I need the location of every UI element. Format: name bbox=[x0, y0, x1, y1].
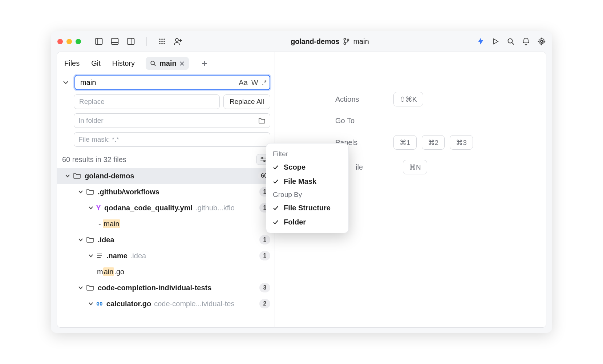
tab-search-active[interactable]: main bbox=[146, 57, 189, 70]
tree-folder[interactable]: .idea 1 bbox=[57, 232, 275, 248]
svg-point-13 bbox=[161, 43, 163, 44]
file-name: .name bbox=[106, 252, 128, 260]
text-file-icon bbox=[96, 253, 103, 259]
node-label: code-completion-individual-tests bbox=[98, 284, 211, 292]
svg-point-14 bbox=[163, 43, 165, 44]
chevron-down-icon[interactable] bbox=[65, 174, 70, 178]
project-name[interactable]: goland-demos bbox=[291, 37, 339, 46]
chevron-down-icon[interactable] bbox=[78, 286, 83, 290]
kbd-panel1[interactable]: ⌘1 bbox=[393, 135, 417, 150]
popup-item-scope[interactable]: Scope bbox=[268, 160, 346, 174]
tab-git[interactable]: Git bbox=[90, 57, 101, 70]
popup-item-label: Folder bbox=[284, 218, 306, 226]
bolt-icon[interactable] bbox=[477, 37, 484, 45]
check-icon bbox=[273, 206, 279, 211]
tree-file[interactable]: .name .idea 1 bbox=[57, 248, 275, 264]
rp-actions-label: Actions bbox=[335, 95, 368, 104]
kbd-panel3[interactable]: ⌘3 bbox=[450, 135, 473, 150]
match-line[interactable]: - main bbox=[57, 216, 275, 232]
popup-item-folder[interactable]: Folder bbox=[268, 215, 346, 229]
popup-item-filestructure[interactable]: File Structure bbox=[268, 201, 346, 215]
collapse-search-icon[interactable] bbox=[61, 79, 71, 86]
folder-icon bbox=[86, 284, 94, 291]
chevron-down-icon[interactable] bbox=[78, 190, 83, 194]
in-folder-field[interactable]: In folder bbox=[74, 113, 270, 128]
notifications-icon[interactable] bbox=[522, 37, 530, 45]
svg-point-15 bbox=[175, 39, 178, 41]
chevron-down-icon[interactable] bbox=[88, 254, 93, 258]
add-user-icon[interactable] bbox=[174, 38, 182, 45]
results-tree: goland-demos 60 .github/workflows 1 Y qo… bbox=[57, 168, 275, 312]
popup-filter-header: Filter bbox=[268, 148, 346, 160]
svg-rect-2 bbox=[112, 39, 118, 45]
search-icon[interactable] bbox=[507, 38, 514, 45]
results-summary: 60 results in 32 files bbox=[62, 155, 126, 164]
regex-toggle[interactable]: .* bbox=[262, 78, 267, 87]
close-window[interactable] bbox=[57, 39, 63, 44]
svg-point-20 bbox=[347, 39, 349, 41]
tab-history[interactable]: History bbox=[112, 57, 135, 70]
svg-point-19 bbox=[344, 43, 346, 45]
tree-file[interactable]: Y qodana_code_quality.yml .github...kflo… bbox=[57, 200, 275, 216]
match-text: main.go bbox=[97, 268, 124, 276]
whole-word-toggle[interactable]: W bbox=[251, 78, 258, 87]
svg-rect-0 bbox=[96, 39, 102, 45]
kbd-file[interactable]: ⌘N bbox=[403, 160, 427, 174]
run-icon[interactable] bbox=[492, 38, 499, 45]
panel-bottom-icon[interactable] bbox=[111, 38, 119, 45]
tab-add-icon[interactable] bbox=[201, 60, 208, 67]
apps-grid-icon[interactable] bbox=[158, 38, 166, 45]
folder-icon bbox=[258, 117, 266, 124]
svg-point-9 bbox=[159, 41, 161, 42]
match-case-toggle[interactable]: Aa bbox=[239, 78, 247, 87]
titlebar-center: goland-demos main bbox=[182, 37, 477, 46]
search-panel: Files Git History main Aa W bbox=[57, 52, 275, 328]
result-count: 1 bbox=[259, 251, 270, 260]
svg-point-8 bbox=[163, 39, 165, 40]
file-path: code-comple...ividual-tes bbox=[154, 300, 234, 308]
go-file-icon: GO bbox=[96, 301, 103, 307]
tree-folder[interactable]: code-completion-individual-tests 3 bbox=[57, 280, 275, 296]
replace-all-button[interactable]: Replace All bbox=[223, 94, 270, 109]
tree-root[interactable]: goland-demos 60 bbox=[57, 168, 275, 184]
toolbar-left bbox=[95, 37, 182, 46]
chevron-down-icon[interactable] bbox=[88, 302, 93, 306]
check-icon bbox=[273, 179, 279, 184]
node-label: .idea bbox=[98, 236, 114, 244]
node-label: goland-demos bbox=[85, 172, 134, 180]
tab-close-icon[interactable] bbox=[179, 61, 185, 66]
search-input-wrap: Aa W .* bbox=[74, 75, 270, 90]
titlebar: goland-demos main bbox=[51, 31, 552, 52]
svg-point-10 bbox=[161, 41, 163, 42]
sidebar-left-icon[interactable] bbox=[95, 38, 103, 45]
tab-files[interactable]: Files bbox=[64, 57, 80, 70]
file-name: qodana_code_quality.yml bbox=[104, 204, 193, 212]
replace-input[interactable] bbox=[74, 94, 220, 109]
check-icon bbox=[273, 220, 279, 225]
branch-icon bbox=[343, 38, 349, 45]
tree-folder[interactable]: .github/workflows 1 bbox=[57, 184, 275, 200]
popup-item-filemask[interactable]: File Mask bbox=[268, 174, 346, 189]
match-line[interactable]: main.go bbox=[57, 264, 275, 280]
minimize-window[interactable] bbox=[66, 39, 72, 44]
popup-item-label: Scope bbox=[284, 163, 305, 171]
svg-point-12 bbox=[159, 43, 161, 44]
settings-icon[interactable] bbox=[538, 37, 546, 45]
file-path: .github...kflo bbox=[195, 204, 235, 212]
svg-point-18 bbox=[344, 39, 346, 40]
zoom-window[interactable] bbox=[76, 39, 81, 44]
svg-point-11 bbox=[163, 41, 165, 42]
kbd-actions[interactable]: ⇧⌘K bbox=[393, 92, 423, 106]
popup-item-label: File Mask bbox=[284, 177, 316, 186]
branch-name[interactable]: main bbox=[353, 37, 369, 46]
svg-point-31 bbox=[262, 157, 263, 159]
chevron-down-icon[interactable] bbox=[78, 238, 83, 242]
in-folder-placeholder: In folder bbox=[78, 117, 104, 125]
sidebar-right-icon[interactable] bbox=[127, 38, 135, 45]
svg-point-6 bbox=[159, 39, 161, 40]
tree-file[interactable]: GO calculator.go code-comple...ividual-t… bbox=[57, 296, 275, 312]
kbd-panel2[interactable]: ⌘2 bbox=[422, 135, 445, 150]
file-mask-field[interactable]: File mask: *.* bbox=[74, 132, 270, 147]
folder-icon bbox=[86, 189, 94, 195]
chevron-down-icon[interactable] bbox=[88, 206, 93, 210]
